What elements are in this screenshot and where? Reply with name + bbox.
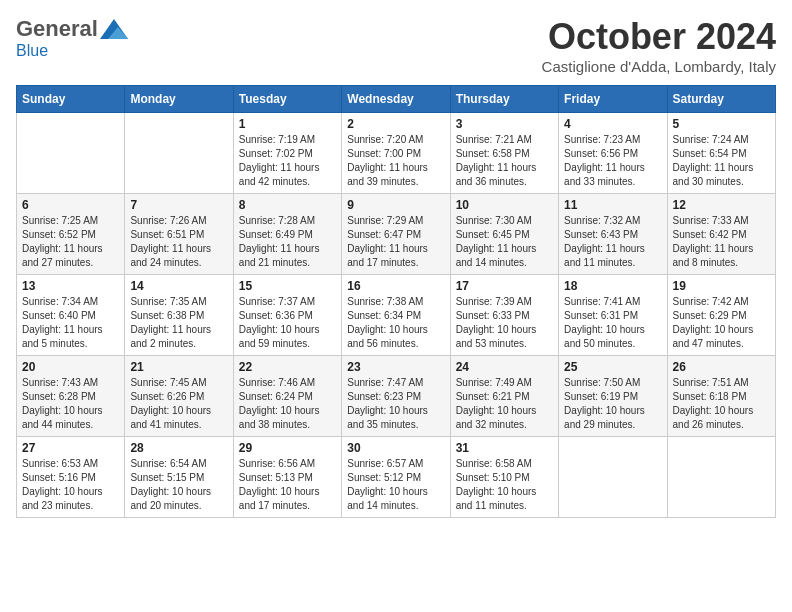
calendar-col-wednesday: Wednesday <box>342 86 450 113</box>
day-info: Sunrise: 7:42 AM Sunset: 6:29 PM Dayligh… <box>673 295 770 351</box>
calendar-cell: 8Sunrise: 7:28 AM Sunset: 6:49 PM Daylig… <box>233 194 341 275</box>
calendar-cell <box>125 113 233 194</box>
day-info: Sunrise: 6:54 AM Sunset: 5:15 PM Dayligh… <box>130 457 227 513</box>
day-number: 17 <box>456 279 553 293</box>
day-number: 22 <box>239 360 336 374</box>
calendar-cell: 18Sunrise: 7:41 AM Sunset: 6:31 PM Dayli… <box>559 275 667 356</box>
day-info: Sunrise: 6:56 AM Sunset: 5:13 PM Dayligh… <box>239 457 336 513</box>
calendar-col-tuesday: Tuesday <box>233 86 341 113</box>
day-info: Sunrise: 7:23 AM Sunset: 6:56 PM Dayligh… <box>564 133 661 189</box>
calendar-cell: 16Sunrise: 7:38 AM Sunset: 6:34 PM Dayli… <box>342 275 450 356</box>
calendar-table: SundayMondayTuesdayWednesdayThursdayFrid… <box>16 85 776 518</box>
calendar-week-row: 27Sunrise: 6:53 AM Sunset: 5:16 PM Dayli… <box>17 437 776 518</box>
day-number: 29 <box>239 441 336 455</box>
day-number: 27 <box>22 441 119 455</box>
day-number: 31 <box>456 441 553 455</box>
location: Castiglione d'Adda, Lombardy, Italy <box>542 58 776 75</box>
calendar-cell: 11Sunrise: 7:32 AM Sunset: 6:43 PM Dayli… <box>559 194 667 275</box>
calendar-cell: 2Sunrise: 7:20 AM Sunset: 7:00 PM Daylig… <box>342 113 450 194</box>
day-number: 16 <box>347 279 444 293</box>
day-info: Sunrise: 7:51 AM Sunset: 6:18 PM Dayligh… <box>673 376 770 432</box>
calendar-cell: 30Sunrise: 6:57 AM Sunset: 5:12 PM Dayli… <box>342 437 450 518</box>
calendar-cell: 10Sunrise: 7:30 AM Sunset: 6:45 PM Dayli… <box>450 194 558 275</box>
day-info: Sunrise: 7:25 AM Sunset: 6:52 PM Dayligh… <box>22 214 119 270</box>
day-number: 10 <box>456 198 553 212</box>
day-info: Sunrise: 7:50 AM Sunset: 6:19 PM Dayligh… <box>564 376 661 432</box>
calendar-cell: 12Sunrise: 7:33 AM Sunset: 6:42 PM Dayli… <box>667 194 775 275</box>
day-info: Sunrise: 7:26 AM Sunset: 6:51 PM Dayligh… <box>130 214 227 270</box>
day-info: Sunrise: 6:57 AM Sunset: 5:12 PM Dayligh… <box>347 457 444 513</box>
calendar-cell: 6Sunrise: 7:25 AM Sunset: 6:52 PM Daylig… <box>17 194 125 275</box>
calendar-cell: 22Sunrise: 7:46 AM Sunset: 6:24 PM Dayli… <box>233 356 341 437</box>
day-info: Sunrise: 7:21 AM Sunset: 6:58 PM Dayligh… <box>456 133 553 189</box>
calendar-cell: 20Sunrise: 7:43 AM Sunset: 6:28 PM Dayli… <box>17 356 125 437</box>
day-info: Sunrise: 7:30 AM Sunset: 6:45 PM Dayligh… <box>456 214 553 270</box>
day-number: 19 <box>673 279 770 293</box>
day-number: 26 <box>673 360 770 374</box>
calendar-cell: 19Sunrise: 7:42 AM Sunset: 6:29 PM Dayli… <box>667 275 775 356</box>
calendar-body: 1Sunrise: 7:19 AM Sunset: 7:02 PM Daylig… <box>17 113 776 518</box>
calendar-cell <box>667 437 775 518</box>
calendar-week-row: 20Sunrise: 7:43 AM Sunset: 6:28 PM Dayli… <box>17 356 776 437</box>
day-info: Sunrise: 7:33 AM Sunset: 6:42 PM Dayligh… <box>673 214 770 270</box>
day-number: 24 <box>456 360 553 374</box>
calendar-cell: 9Sunrise: 7:29 AM Sunset: 6:47 PM Daylig… <box>342 194 450 275</box>
title-section: October 2024 Castiglione d'Adda, Lombard… <box>542 16 776 75</box>
day-number: 28 <box>130 441 227 455</box>
day-number: 2 <box>347 117 444 131</box>
day-number: 13 <box>22 279 119 293</box>
calendar-cell: 4Sunrise: 7:23 AM Sunset: 6:56 PM Daylig… <box>559 113 667 194</box>
calendar-cell: 25Sunrise: 7:50 AM Sunset: 6:19 PM Dayli… <box>559 356 667 437</box>
day-info: Sunrise: 7:39 AM Sunset: 6:33 PM Dayligh… <box>456 295 553 351</box>
calendar-col-monday: Monday <box>125 86 233 113</box>
day-number: 4 <box>564 117 661 131</box>
day-number: 30 <box>347 441 444 455</box>
logo: General Blue <box>16 16 128 60</box>
calendar-cell: 27Sunrise: 6:53 AM Sunset: 5:16 PM Dayli… <box>17 437 125 518</box>
calendar-week-row: 13Sunrise: 7:34 AM Sunset: 6:40 PM Dayli… <box>17 275 776 356</box>
month-title: October 2024 <box>542 16 776 58</box>
day-info: Sunrise: 7:19 AM Sunset: 7:02 PM Dayligh… <box>239 133 336 189</box>
page-header: General Blue October 2024 Castiglione d'… <box>16 16 776 75</box>
day-number: 25 <box>564 360 661 374</box>
calendar-cell: 26Sunrise: 7:51 AM Sunset: 6:18 PM Dayli… <box>667 356 775 437</box>
day-info: Sunrise: 7:34 AM Sunset: 6:40 PM Dayligh… <box>22 295 119 351</box>
day-info: Sunrise: 7:47 AM Sunset: 6:23 PM Dayligh… <box>347 376 444 432</box>
day-number: 20 <box>22 360 119 374</box>
day-number: 6 <box>22 198 119 212</box>
day-info: Sunrise: 7:28 AM Sunset: 6:49 PM Dayligh… <box>239 214 336 270</box>
day-number: 1 <box>239 117 336 131</box>
calendar-cell: 13Sunrise: 7:34 AM Sunset: 6:40 PM Dayli… <box>17 275 125 356</box>
day-info: Sunrise: 7:38 AM Sunset: 6:34 PM Dayligh… <box>347 295 444 351</box>
day-number: 11 <box>564 198 661 212</box>
calendar-cell: 21Sunrise: 7:45 AM Sunset: 6:26 PM Dayli… <box>125 356 233 437</box>
day-info: Sunrise: 7:41 AM Sunset: 6:31 PM Dayligh… <box>564 295 661 351</box>
day-info: Sunrise: 7:20 AM Sunset: 7:00 PM Dayligh… <box>347 133 444 189</box>
day-number: 15 <box>239 279 336 293</box>
calendar-cell: 28Sunrise: 6:54 AM Sunset: 5:15 PM Dayli… <box>125 437 233 518</box>
day-info: Sunrise: 7:29 AM Sunset: 6:47 PM Dayligh… <box>347 214 444 270</box>
calendar-col-friday: Friday <box>559 86 667 113</box>
day-number: 23 <box>347 360 444 374</box>
calendar-cell: 17Sunrise: 7:39 AM Sunset: 6:33 PM Dayli… <box>450 275 558 356</box>
calendar-cell: 3Sunrise: 7:21 AM Sunset: 6:58 PM Daylig… <box>450 113 558 194</box>
logo-general: General <box>16 16 98 42</box>
calendar-cell: 15Sunrise: 7:37 AM Sunset: 6:36 PM Dayli… <box>233 275 341 356</box>
calendar-cell: 29Sunrise: 6:56 AM Sunset: 5:13 PM Dayli… <box>233 437 341 518</box>
calendar-cell <box>17 113 125 194</box>
day-number: 18 <box>564 279 661 293</box>
day-number: 3 <box>456 117 553 131</box>
day-number: 9 <box>347 198 444 212</box>
day-info: Sunrise: 6:58 AM Sunset: 5:10 PM Dayligh… <box>456 457 553 513</box>
day-info: Sunrise: 7:43 AM Sunset: 6:28 PM Dayligh… <box>22 376 119 432</box>
calendar-cell: 24Sunrise: 7:49 AM Sunset: 6:21 PM Dayli… <box>450 356 558 437</box>
calendar-week-row: 6Sunrise: 7:25 AM Sunset: 6:52 PM Daylig… <box>17 194 776 275</box>
day-number: 7 <box>130 198 227 212</box>
calendar-col-sunday: Sunday <box>17 86 125 113</box>
day-info: Sunrise: 7:24 AM Sunset: 6:54 PM Dayligh… <box>673 133 770 189</box>
calendar-header-row: SundayMondayTuesdayWednesdayThursdayFrid… <box>17 86 776 113</box>
day-info: Sunrise: 7:35 AM Sunset: 6:38 PM Dayligh… <box>130 295 227 351</box>
day-info: Sunrise: 7:32 AM Sunset: 6:43 PM Dayligh… <box>564 214 661 270</box>
calendar-cell: 5Sunrise: 7:24 AM Sunset: 6:54 PM Daylig… <box>667 113 775 194</box>
logo-icon <box>100 19 128 39</box>
